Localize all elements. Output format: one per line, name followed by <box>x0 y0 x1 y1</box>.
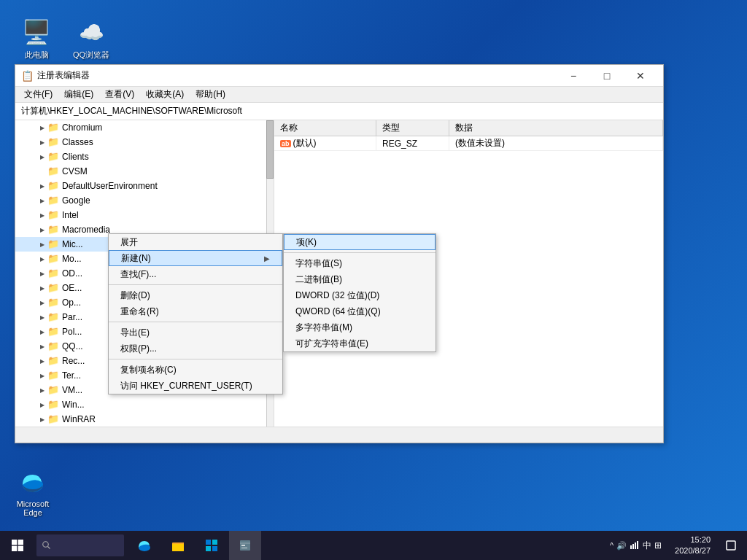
tree-item-win[interactable]: ▶ 📁 Win... <box>15 397 274 412</box>
svg-rect-18 <box>630 545 632 549</box>
sub-item-binary[interactable]: 二进制值(B) <box>284 271 436 287</box>
folder-icon: 📁 <box>47 166 59 177</box>
sub-item-key[interactable]: 项(K) <box>284 234 436 250</box>
tree-label: Macromedia <box>62 225 110 235</box>
folder-icon: 📁 <box>47 370 59 381</box>
tree-label: OD... <box>62 268 82 279</box>
regedit-icon <box>238 538 252 553</box>
table-header: 名称 类型 数据 <box>274 120 663 136</box>
ctx-new[interactable]: 新建(N) ▶ <box>109 250 282 266</box>
svg-rect-10 <box>206 540 211 545</box>
sub-item-dword[interactable]: DWORD (32 位值)(D) <box>284 287 436 303</box>
svg-point-5 <box>43 542 49 548</box>
tree-label: DefaultUserEnvironment <box>62 181 158 191</box>
tree-arrow: ▶ <box>37 225 47 235</box>
tree-arrow: ▶ <box>37 210 47 220</box>
taskbar-right: ^ 🔊 中 ⊞ 15:20 2020/8/27 <box>601 531 747 560</box>
taskbar-store-button[interactable] <box>196 531 228 560</box>
ctx-find[interactable]: 查找(F)... <box>109 266 282 282</box>
tree-arrow: ▶ <box>37 385 47 395</box>
minimize-button[interactable]: − <box>557 65 590 87</box>
sub-item-multistring[interactable]: 多字符串值(M) <box>284 319 436 335</box>
folder-icon: 📁 <box>47 355 59 367</box>
tray-lang-switch[interactable]: ⊞ <box>654 540 662 551</box>
tree-arrow: ▶ <box>37 370 47 381</box>
ctx-delete[interactable]: 删除(D) <box>109 287 282 303</box>
ctx-export[interactable]: 导出(E) <box>109 324 282 341</box>
folder-icon: 📁 <box>47 180 59 192</box>
taskbar-search[interactable] <box>36 534 124 556</box>
sub-item-qword[interactable]: QWORD (64 位值)(Q) <box>284 303 436 319</box>
tree-label: Win... <box>62 400 85 410</box>
store-icon <box>204 538 219 553</box>
tree-item-google[interactable]: ▶ 📁 Google <box>15 193 274 208</box>
taskbar-edge-button[interactable] <box>128 531 160 560</box>
svg-rect-21 <box>637 541 638 549</box>
edge-label: MicrosoftEdge <box>17 499 50 517</box>
folder-icon: 📁 <box>47 195 59 206</box>
tree-arrow: ▶ <box>37 312 47 322</box>
svg-rect-12 <box>206 546 211 551</box>
sub-item-expandstring[interactable]: 可扩充字符串值(E) <box>284 335 436 351</box>
svg-rect-16 <box>241 545 245 546</box>
folder-icon: 📁 <box>47 326 59 338</box>
tray-arrow[interactable]: ^ <box>610 541 614 550</box>
close-button[interactable]: ✕ <box>624 65 657 87</box>
svg-rect-20 <box>635 542 636 549</box>
explorer-icon <box>171 538 185 553</box>
tree-label: Chromium <box>62 122 102 133</box>
tree-item-winrar[interactable]: ▶ 📁 WinRAR <box>15 412 274 427</box>
folder-icon: 📁 <box>47 136 59 148</box>
tray-speaker-icon[interactable]: 🔊 <box>616 541 627 551</box>
tray-network-icon[interactable] <box>630 540 640 551</box>
tree-arrow: ▶ <box>37 181 47 191</box>
tree-item-intel[interactable]: ▶ 📁 Intel <box>15 208 274 222</box>
tree-item-defaultuser[interactable]: ▶ 📁 DefaultUserEnvironment <box>15 179 274 193</box>
tree-item-classes[interactable]: ▶ 📁 Classes <box>15 135 274 149</box>
clock-time: 15:20 <box>690 534 711 545</box>
start-button[interactable] <box>0 531 35 560</box>
taskbar: ^ 🔊 中 ⊞ 15:20 2020/8/27 <box>0 531 747 560</box>
status-bar <box>15 427 663 443</box>
menu-view[interactable]: 查看(V) <box>99 87 140 102</box>
tree-label: OE... <box>62 283 82 293</box>
folder-icon: 📁 <box>47 311 59 323</box>
tree-label: Mo... <box>62 254 82 264</box>
ctx-permissions[interactable]: 权限(P)... <box>109 341 282 357</box>
taskbar-clock[interactable]: 15:20 2020/8/27 <box>669 534 716 557</box>
notification-button[interactable] <box>721 531 741 560</box>
tree-item-cvsm[interactable]: ▶ 📁 CVSM <box>15 164 274 179</box>
qq-browser-icon: ☁️ <box>77 18 106 47</box>
address-bar[interactable]: 计算机\HKEY_LOCAL_MACHINE\SOFTWARE\Microsof… <box>15 103 663 120</box>
sub-item-string[interactable]: 字符串值(S) <box>284 255 436 271</box>
window-title: 注册表编辑器 <box>37 69 557 82</box>
ctx-expand[interactable]: 展开 <box>109 234 282 250</box>
tree-item-clients[interactable]: ▶ 📁 Clients <box>15 149 274 164</box>
menu-edit[interactable]: 编辑(E) <box>58 87 99 102</box>
folder-icon: 📁 <box>47 384 59 396</box>
menu-file[interactable]: 文件(F) <box>18 87 58 102</box>
menu-help[interactable]: 帮助(H) <box>190 87 231 102</box>
svg-rect-11 <box>212 540 217 545</box>
menu-favorites[interactable]: 收藏夹(A) <box>140 87 190 102</box>
this-pc-label: 此电脑 <box>25 50 49 61</box>
taskbar-explorer-button[interactable] <box>162 531 194 560</box>
tree-arrow: ▶ <box>37 400 47 410</box>
edge-icon <box>18 467 47 497</box>
desktop-icon-this-pc[interactable]: 🖥️ 此电脑 <box>11 15 62 63</box>
desktop-icon-edge[interactable]: MicrosoftEdge <box>7 464 58 520</box>
tree-item-chromium[interactable]: ▶ 📁 Chromium <box>15 120 274 135</box>
ctx-access-hkcu[interactable]: 访问 HKEY_CURRENT_USER(T) <box>109 378 282 394</box>
table-row[interactable]: ab (默认) REG_SZ (数值未设置) <box>274 136 663 151</box>
tree-label: VM... <box>62 385 82 395</box>
maximize-button[interactable]: □ <box>590 65 624 87</box>
taskbar-regedit-button[interactable] <box>229 531 261 560</box>
tray-lang-zh[interactable]: 中 <box>643 540 651 552</box>
edge-taskbar-icon <box>137 538 152 553</box>
tree-label: Clients <box>62 152 89 162</box>
window-controls: − □ ✕ <box>557 65 657 87</box>
ctx-rename[interactable]: 重命名(R) <box>109 303 282 319</box>
ctx-copy-name[interactable]: 复制项名称(C) <box>109 362 282 378</box>
col-header-type: 类型 <box>376 120 449 136</box>
desktop-icon-qq-browser[interactable]: ☁️ QQ浏览器 <box>66 15 117 63</box>
